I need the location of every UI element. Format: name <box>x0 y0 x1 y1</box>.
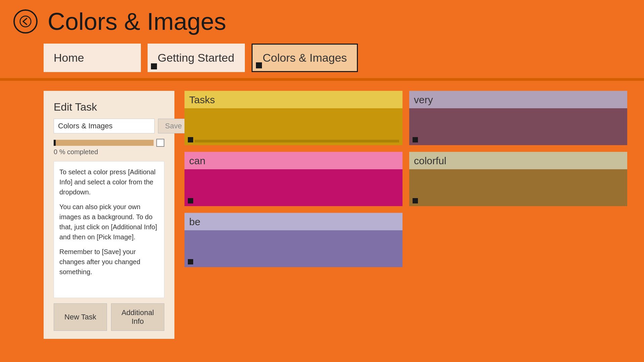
svg-point-0 <box>20 16 31 27</box>
card-very-color <box>409 108 627 145</box>
progress-container: 0 % completed <box>54 139 164 156</box>
progress-bar-bg <box>54 140 154 146</box>
card-tasks-color <box>184 108 402 145</box>
description-line-2: You can also pick your own images as a b… <box>59 202 159 242</box>
card-can-indicator <box>188 198 193 203</box>
progress-checkbox[interactable] <box>156 139 164 147</box>
description-box: To select a color press [Aditional Info]… <box>54 161 164 298</box>
panel-buttons: New Task Additional Info <box>54 303 164 331</box>
card-tasks-label: Tasks <box>184 91 402 108</box>
progress-label: 0 % completed <box>54 148 164 156</box>
tab-home[interactable]: Home <box>44 44 141 72</box>
card-colorful[interactable]: colorful <box>409 152 627 206</box>
card-tasks-progress <box>195 140 399 142</box>
progress-bar-wrapper <box>54 139 164 147</box>
card-be[interactable]: be <box>184 213 402 267</box>
card-very-indicator <box>413 137 418 142</box>
task-name-row: Save <box>54 119 164 133</box>
tab-getting-started[interactable]: Getting Started <box>148 44 245 72</box>
description-line-3: Remember to [Save] your changes after yo… <box>59 247 159 277</box>
card-be-color <box>184 230 402 267</box>
card-can[interactable]: can <box>184 152 402 206</box>
card-colorful-color <box>409 169 627 206</box>
main-content: Edit Task Save 0 % completed To select a… <box>0 81 644 349</box>
card-can-color <box>184 169 402 206</box>
card-be-indicator <box>188 259 193 264</box>
edit-panel-title: Edit Task <box>54 101 164 113</box>
page-title: Colors & Images <box>48 9 226 34</box>
tab-bar: Home Getting Started Colors & Images <box>0 44 644 72</box>
card-very-label: very <box>409 91 627 108</box>
card-tasks-indicator <box>188 137 193 142</box>
card-be-label: be <box>184 213 402 230</box>
card-colorful-label: colorful <box>409 152 627 169</box>
tab-colors-images[interactable]: Colors & Images <box>252 44 358 72</box>
header: Colors & Images <box>0 0 644 40</box>
description-line-1: To select a color press [Aditional Info]… <box>59 167 159 197</box>
card-can-label: can <box>184 152 402 169</box>
new-task-button[interactable]: New Task <box>54 303 107 331</box>
back-button[interactable] <box>13 9 38 34</box>
additional-info-button[interactable]: Additional Info <box>111 303 164 331</box>
card-tasks[interactable]: Tasks <box>184 91 402 145</box>
progress-bar-fill <box>54 140 56 146</box>
task-name-input[interactable] <box>54 119 155 133</box>
edit-panel: Edit Task Save 0 % completed To select a… <box>44 91 174 339</box>
card-very[interactable]: very <box>409 91 627 145</box>
tab-divider <box>0 78 644 81</box>
card-colorful-indicator <box>413 198 418 203</box>
cards-area: Tasks very can colorful <box>174 91 627 339</box>
